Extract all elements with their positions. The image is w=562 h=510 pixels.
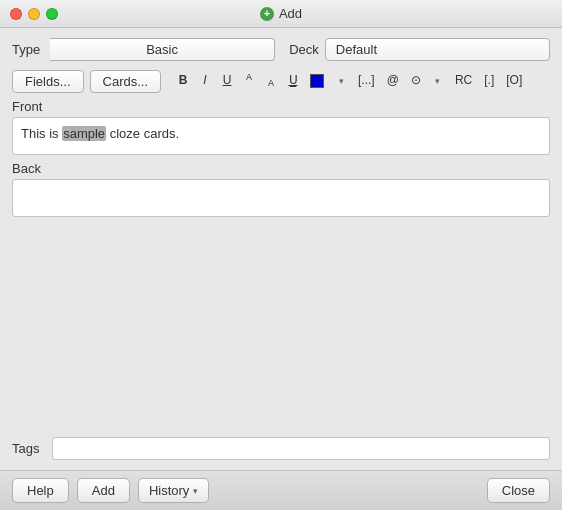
type-selector: Basic bbox=[50, 38, 275, 61]
target-button[interactable]: ⊙ bbox=[406, 70, 426, 92]
front-input[interactable]: This is sample cloze cards. bbox=[12, 117, 550, 155]
main-content: Type Basic Deck Default Fields... Cards.… bbox=[0, 28, 562, 470]
color-button[interactable] bbox=[305, 70, 329, 92]
ellipsis-button[interactable]: [...] bbox=[353, 70, 380, 92]
strikethrough-button[interactable]: U̲ bbox=[283, 70, 303, 92]
brackets-button[interactable]: [.] bbox=[479, 70, 499, 92]
square-brackets-button[interactable]: [O] bbox=[501, 70, 527, 92]
tags-label: Tags bbox=[12, 441, 44, 456]
bold-button[interactable]: B bbox=[173, 70, 193, 92]
history-chevron-icon: ▾ bbox=[193, 486, 198, 496]
bottom-bar: Help Add History ▾ Close bbox=[0, 470, 562, 510]
type-label: Type bbox=[12, 42, 50, 57]
target-dropdown-button[interactable]: ▾ bbox=[428, 70, 448, 92]
back-field-section: Back bbox=[12, 161, 550, 217]
underline-button[interactable]: U bbox=[217, 70, 237, 92]
close-button[interactable]: Close bbox=[487, 478, 550, 503]
front-field-section: Front This is sample cloze cards. bbox=[12, 99, 550, 155]
back-label: Back bbox=[12, 161, 550, 176]
maximize-traffic-light[interactable] bbox=[46, 8, 58, 20]
subscript-button[interactable]: A bbox=[261, 69, 281, 93]
help-button[interactable]: Help bbox=[12, 478, 69, 503]
chevron-down-icon2: ▾ bbox=[435, 76, 440, 86]
front-label: Front bbox=[12, 99, 550, 114]
formatting-toolbar: B I U A A U̲ ▾ [...] @ ⊙ ▾ RC [.] [O] bbox=[173, 69, 527, 93]
fields-toolbar-row: Fields... Cards... B I U A A U̲ ▾ [...] … bbox=[12, 69, 550, 93]
target-icon: ⊙ bbox=[411, 73, 421, 87]
back-input[interactable] bbox=[12, 179, 550, 217]
deck-button[interactable]: Default bbox=[325, 38, 550, 61]
type-deck-row: Type Basic Deck Default bbox=[12, 38, 550, 61]
rc-button[interactable]: RC bbox=[450, 70, 477, 92]
deck-selector: Default bbox=[325, 38, 550, 61]
add-icon: + bbox=[260, 7, 274, 21]
italic-button[interactable]: I bbox=[195, 70, 215, 92]
close-traffic-light[interactable] bbox=[10, 8, 22, 20]
sample-highlight: sample bbox=[62, 126, 106, 141]
color-dropdown-button[interactable]: ▾ bbox=[331, 70, 351, 92]
fields-button[interactable]: Fields... bbox=[12, 70, 84, 93]
deck-label: Deck bbox=[289, 42, 319, 57]
color-swatch bbox=[310, 74, 324, 88]
superscript-button[interactable]: A bbox=[239, 69, 259, 93]
cards-button[interactable]: Cards... bbox=[90, 70, 162, 93]
title-bar: + Add bbox=[0, 0, 562, 28]
tags-input[interactable] bbox=[52, 437, 550, 460]
chevron-down-icon: ▾ bbox=[339, 76, 344, 86]
at-button[interactable]: @ bbox=[382, 70, 404, 92]
add-button[interactable]: Add bbox=[77, 478, 130, 503]
minimize-traffic-light[interactable] bbox=[28, 8, 40, 20]
window-title: + Add bbox=[260, 6, 302, 21]
history-label: History bbox=[149, 483, 189, 498]
history-button[interactable]: History ▾ bbox=[138, 478, 209, 503]
tags-row: Tags bbox=[12, 427, 550, 460]
type-button[interactable]: Basic bbox=[50, 38, 275, 61]
traffic-lights bbox=[10, 8, 58, 20]
